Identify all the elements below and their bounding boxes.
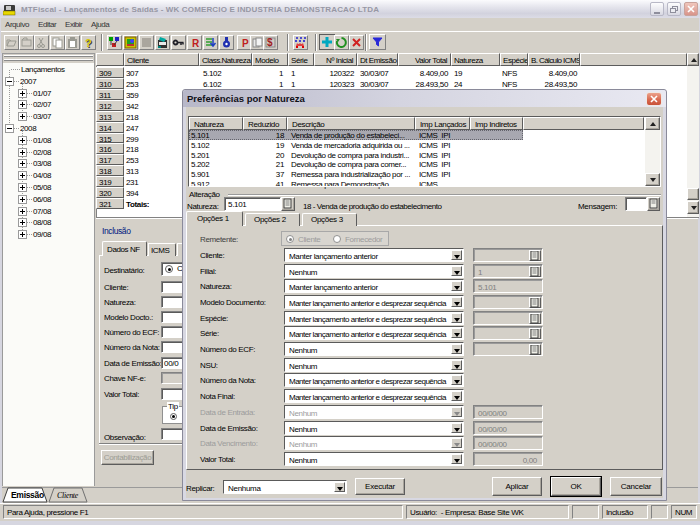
svg-text:Cliente: Cliente <box>57 491 79 500</box>
svg-text:Emissão: Emissão <box>11 490 44 500</box>
svg-text:$: $ <box>267 37 273 48</box>
